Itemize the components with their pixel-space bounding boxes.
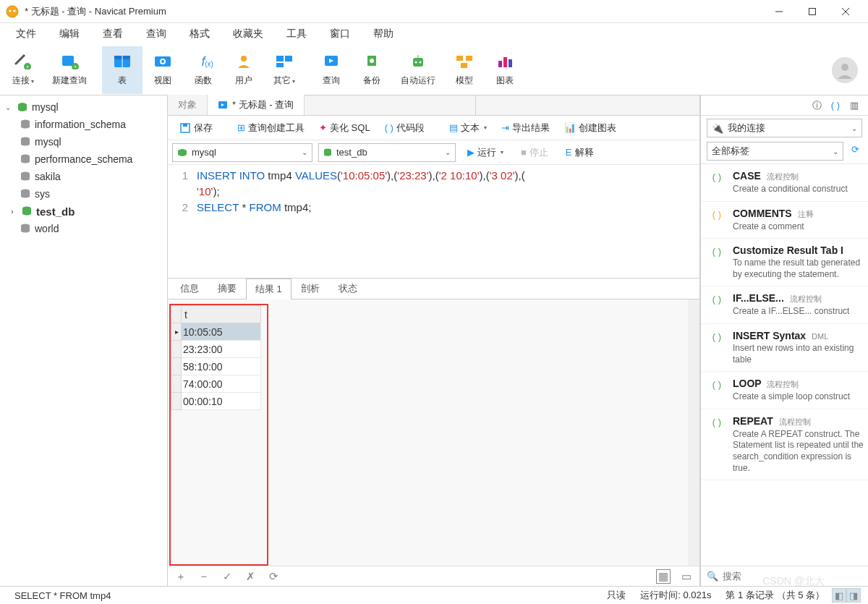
panel-layout-icon[interactable]: ▥ — [848, 99, 861, 112]
tb-function[interactable]: f(x) 函数 — [183, 46, 224, 94]
snippet-loop[interactable]: ( )LOOP 流程控制Create a simple loop constru… — [701, 372, 868, 409]
tb-new-query[interactable]: + 新建查询 — [43, 46, 95, 94]
menu-file[interactable]: 文件 — [6, 25, 46, 43]
stop-button[interactable]: ■停止 — [515, 145, 554, 161]
table-row[interactable]: ▸10:05:05 — [171, 323, 261, 341]
user-avatar[interactable] — [832, 57, 858, 83]
connection-combobox[interactable]: mysql⌄ — [172, 143, 312, 162]
tb-chart[interactable]: 图表 — [485, 46, 525, 94]
beautify-button[interactable]: ✦美化 SQL — [313, 120, 376, 136]
snippet-insert[interactable]: ( )INSERT Syntax DMLInsert new rows into… — [701, 324, 868, 372]
table-row[interactable]: 58:10:00 — [171, 358, 261, 375]
menu-format[interactable]: 格式 — [179, 25, 220, 43]
svg-point-37 — [841, 64, 848, 71]
tree-db-information-schema[interactable]: information_schema — [0, 116, 167, 133]
snippet-search-input[interactable] — [723, 571, 862, 582]
result-tab-result1[interactable]: 结果 1 — [246, 278, 292, 299]
form-view-icon[interactable]: ▭ — [679, 569, 694, 584]
builder-icon: ⊞ — [237, 122, 245, 133]
tb-view[interactable]: 视图 — [142, 46, 183, 94]
run-button[interactable]: ▶运行▾ — [461, 145, 509, 161]
snippet-repeat[interactable]: ( )REPEAT 流程控制Create A REPEAT construct.… — [701, 409, 868, 480]
menu-favorites[interactable]: 收藏夹 — [223, 25, 273, 43]
tab-objects[interactable]: 对象 — [168, 95, 208, 115]
text-mode-button[interactable]: ▤文本▾ — [443, 120, 493, 136]
svg-rect-23 — [276, 63, 284, 67]
snippet-ifelse[interactable]: ( )IF...ELSE... 流程控制Create a IF...ELSE..… — [701, 286, 868, 324]
svg-point-17 — [161, 60, 164, 63]
status-nav-right-icon[interactable]: ◨ — [846, 588, 861, 603]
result-tab-summary[interactable]: 摘要 — [208, 278, 246, 299]
snippets-list[interactable]: ( )CASE 流程控制Create a conditional constru… — [701, 163, 868, 566]
database-combobox[interactable]: test_db⌄ — [318, 143, 456, 162]
snippet-customize[interactable]: ( )Customize Result Tab ITo name the res… — [701, 239, 868, 286]
menu-view[interactable]: 查看 — [93, 25, 133, 43]
tag-filter-combobox[interactable]: 全部标签⌄ — [707, 142, 843, 161]
tree-db-sakila[interactable]: sakila — [0, 168, 167, 185]
tb-backup[interactable]: 备份 — [352, 46, 392, 94]
tree-db-mysql[interactable]: mysql — [0, 133, 167, 150]
snippet-search[interactable]: 🔍 — [701, 566, 868, 586]
connection-filter-combobox[interactable]: 🔌我的连接⌄ — [707, 119, 862, 137]
result-tab-info[interactable]: 信息 — [171, 278, 208, 299]
snippet-icon: ( ) — [708, 244, 726, 280]
add-row-icon[interactable]: + — [174, 569, 188, 584]
menu-window[interactable]: 窗口 — [320, 25, 360, 43]
export-icon: ⇥ — [501, 122, 509, 133]
explain-button[interactable]: E解释 — [560, 145, 600, 161]
sql-code[interactable]: INSERT INTO tmp4 VALUES('10:05:05'),('23… — [197, 168, 699, 278]
info-icon[interactable]: ⓘ — [810, 99, 823, 112]
svg-point-28 — [415, 61, 417, 64]
tree-db-world[interactable]: world — [0, 220, 167, 237]
svg-rect-9 — [62, 56, 74, 66]
table-row[interactable]: 00:00:10 — [171, 393, 261, 410]
tb-user[interactable]: 用户 — [224, 46, 264, 94]
database-icon — [19, 153, 32, 165]
col-header-t[interactable]: t — [182, 306, 261, 323]
menu-help[interactable]: 帮助 — [363, 25, 404, 43]
result-tab-status[interactable]: 状态 — [329, 278, 367, 299]
tb-model[interactable]: 模型 — [444, 46, 485, 94]
status-nav-left-icon[interactable]: ◧ — [832, 588, 846, 603]
snippet-case[interactable]: ( )CASE 流程控制Create a conditional constru… — [701, 164, 868, 202]
snippet-comments[interactable]: ( )COMMENTS 注释Create a comment — [701, 202, 868, 239]
snippets-button[interactable]: ( )代码段 — [379, 120, 430, 136]
tb-query[interactable]: 查询 — [311, 46, 352, 94]
tb-connection[interactable]: + 连接▾ — [3, 46, 43, 94]
table-row[interactable]: 23:23:00 — [171, 341, 261, 358]
sql-editor[interactable]: 12 INSERT INTO tmp4 VALUES('10:05:05'),(… — [168, 165, 699, 278]
menu-tools[interactable]: 工具 — [276, 25, 317, 43]
export-button[interactable]: ⇥导出结果 — [495, 120, 556, 136]
apply-icon[interactable]: ✓ — [220, 569, 234, 584]
create-chart-button[interactable]: 📊创建图表 — [558, 120, 622, 136]
result-grid[interactable]: t ▸10:05:05 23:23:00 58:10:00 74:00:00 0… — [171, 305, 261, 410]
svg-point-1 — [9, 9, 12, 12]
result-tab-profile[interactable]: 剖析 — [292, 278, 329, 299]
braces-icon[interactable]: ( ) — [829, 99, 842, 112]
query-builder-button[interactable]: ⊞查询创建工具 — [231, 120, 310, 136]
connection-tree: ⌄ mysql information_schema mysql perform… — [0, 95, 168, 586]
tb-automation[interactable]: 自动运行 — [392, 46, 444, 94]
refresh-filter-icon[interactable]: ⟳ — [848, 142, 862, 156]
tab-query[interactable]: * 无标题 - 查询 — [208, 95, 305, 115]
table-row[interactable]: 74:00:00 — [171, 375, 261, 393]
tb-table[interactable]: 表 — [102, 46, 142, 94]
maximize-button[interactable] — [796, 0, 829, 23]
minimize-button[interactable] — [762, 0, 796, 23]
delete-row-icon[interactable]: − — [197, 569, 211, 584]
expand-arrow-icon[interactable]: ⌄ — [3, 103, 13, 111]
close-button[interactable] — [829, 0, 862, 23]
tree-db-sys[interactable]: sys — [0, 185, 167, 203]
expand-arrow-icon[interactable]: › — [7, 208, 17, 216]
refresh-icon[interactable]: ⟳ — [266, 569, 281, 584]
menu-query[interactable]: 查询 — [136, 25, 176, 43]
vertical-scrollbar[interactable] — [688, 299, 699, 566]
save-button[interactable]: 保存 — [174, 120, 218, 136]
menu-edit[interactable]: 编辑 — [49, 25, 90, 43]
tree-connection[interactable]: ⌄ mysql — [0, 98, 167, 116]
cancel-icon[interactable]: ✗ — [243, 569, 258, 584]
grid-view-icon[interactable]: ▦ — [656, 569, 671, 584]
tree-db-test-db[interactable]: ›test_db — [0, 203, 167, 220]
tree-db-performance-schema[interactable]: performance_schema — [0, 150, 167, 168]
tb-other[interactable]: 其它▾ — [264, 46, 305, 94]
